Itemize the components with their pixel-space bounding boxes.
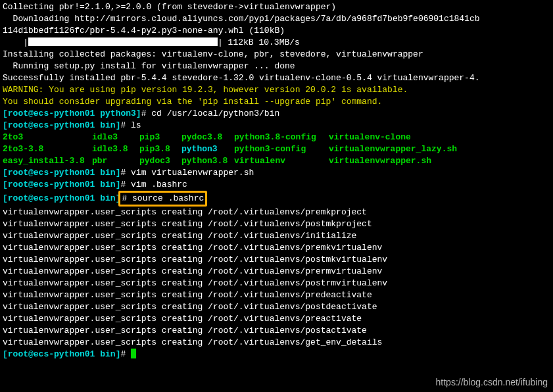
output-line: Running setup.py install for virtualenvw… (3, 61, 550, 72)
output-line: Installing collected packages: virtualen… (3, 49, 550, 61)
prompt-prefix: [root@ecs-python01 bin] (3, 193, 120, 203)
ls-file: virtualenv (234, 155, 329, 167)
prompt-line[interactable]: [root@ecs-python01 python3]# cd /usr/loc… (3, 108, 550, 120)
prompt-cmd: # cd /usr/local/python3/bin (141, 109, 280, 118)
prompt-line[interactable]: [root@ecs-python01 bin]# (3, 349, 550, 360)
progress-bar (28, 37, 218, 46)
output-line: Successfully installed pbr-5.4.4 stevedo… (3, 72, 550, 84)
output-line: virtualenvwrapper.user_scripts creating … (3, 266, 550, 278)
output-line: 114d1bbedf1126fc/pbr-5.4.4-py2.py3-none-… (3, 25, 550, 37)
ls-file: python3 (181, 143, 234, 155)
output-line: virtualenvwrapper.user_scripts creating … (3, 207, 550, 218)
progress-line: || 112kB 10.3MB/s (3, 37, 550, 49)
ls-file: virtualenvwrapper_lazy.sh (329, 143, 550, 155)
output-line: virtualenvwrapper.user_scripts creating … (3, 289, 550, 301)
output-line: virtualenvwrapper.user_scripts creating … (3, 278, 550, 289)
ls-file: easy_install-3.8 (3, 155, 92, 167)
highlighted-command: # source .bashrc (118, 191, 207, 207)
ls-file: python3-config (234, 143, 329, 155)
ls-output: 2to3 2to3-3.8 easy_install-3.8 idle3 idl… (3, 132, 550, 167)
ls-file: 2to3-3.8 (3, 143, 92, 155)
prompt-prefix: [root@ecs-python01 python3] (3, 109, 141, 118)
prompt-cmd: # (120, 349, 131, 359)
ls-file: python3.8 (181, 155, 234, 167)
ls-file: pydoc3 (139, 155, 181, 167)
progress-prefix: | (3, 37, 28, 47)
ls-file: idle3.8 (92, 143, 139, 155)
prompt-cmd: # ls (120, 120, 141, 130)
progress-suffix: | 112kB 10.3MB/s (218, 37, 300, 47)
ls-file: pip3 (139, 132, 181, 143)
watermark: https://blog.csdn.net/ifubing (436, 376, 548, 388)
warning-line: WARNING: You are using pip version 19.2.… (3, 84, 550, 96)
ls-file: pbr (92, 155, 139, 167)
ls-file: pip3.8 (139, 143, 181, 155)
warning-line: You should consider upgrading via the 'p… (3, 96, 550, 108)
output-line: virtualenvwrapper.user_scripts creating … (3, 301, 550, 313)
prompt-line[interactable]: [root@ecs-python01 bin]# vim .bashrc (3, 179, 550, 191)
ls-file: pydoc3.8 (181, 132, 234, 143)
output-line: virtualenvwrapper.user_scripts creating … (3, 242, 550, 254)
prompt-prefix: [root@ecs-python01 bin] (3, 120, 120, 130)
prompt-line[interactable]: [root@ecs-python01 bin]# ls (3, 120, 550, 132)
prompt-prefix: [root@ecs-python01 bin] (3, 168, 120, 178)
prompt-cmd: # source .bashrc (122, 193, 204, 203)
output-line: virtualenvwrapper.user_scripts creating … (3, 218, 550, 230)
prompt-line[interactable]: [root@ecs-python01 bin]# vim virtualenvw… (3, 167, 550, 179)
output-line: Collecting pbr!=2.1.0,>=2.0.0 (from stev… (3, 1, 550, 13)
prompt-cmd: # vim virtualenvwrapper.sh (120, 168, 254, 178)
output-line: virtualenvwrapper.user_scripts creating … (3, 337, 550, 349)
prompt-prefix: [root@ecs-python01 bin] (3, 180, 120, 189)
cursor (131, 349, 136, 358)
ls-file: idle3 (92, 132, 139, 143)
ls-file: 2to3 (3, 132, 92, 143)
output-line: Downloading http://mirrors.cloud.aliyunc… (3, 13, 550, 25)
output-line: virtualenvwrapper.user_scripts creating … (3, 254, 550, 266)
output-line: virtualenvwrapper.user_scripts creating … (3, 313, 550, 325)
ls-file: virtualenvwrapper.sh (329, 155, 550, 167)
output-line: virtualenvwrapper.user_scripts creating … (3, 230, 550, 242)
prompt-line[interactable]: [root@ecs-python01 bin]# source .bashrc (3, 191, 550, 207)
prompt-cmd: # vim .bashrc (120, 180, 187, 189)
prompt-prefix: [root@ecs-python01 bin] (3, 349, 120, 359)
ls-file: python3.8-config (234, 132, 329, 143)
output-line: virtualenvwrapper.user_scripts creating … (3, 325, 550, 337)
ls-file: virtualenv-clone (329, 132, 550, 143)
